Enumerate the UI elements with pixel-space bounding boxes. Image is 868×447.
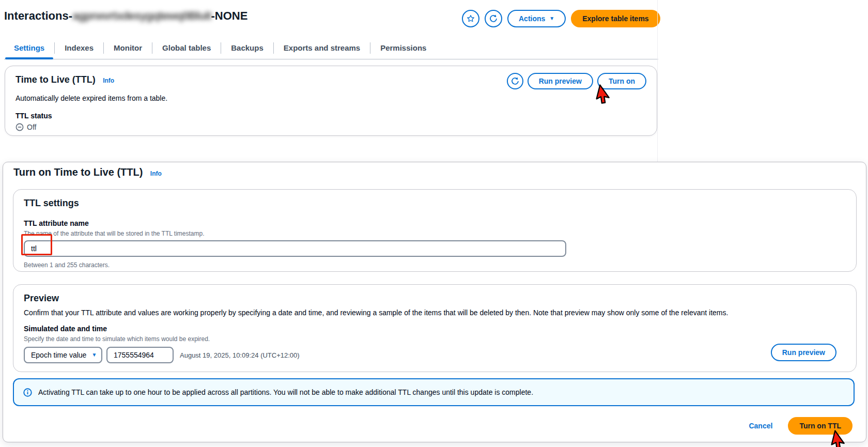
- turn-on-ttl-dialog: Turn on Time to Live (TTL) Info TTL sett…: [3, 162, 866, 442]
- preview-description: Confirm that your TTL attribute and valu…: [24, 309, 846, 317]
- tab-exports-and-streams[interactable]: Exports and streams: [275, 38, 369, 59]
- page-title: Interactions-agprwvrtxdesygqtewq0Bluit-N…: [4, 9, 247, 23]
- dialog-info-link[interactable]: Info: [150, 170, 162, 177]
- turn-on-button[interactable]: Turn on: [597, 73, 646, 89]
- refresh-table-button[interactable]: [485, 10, 502, 27]
- resolved-datetime-text: August 19, 2025, 10:09:24 (UTC+12:00): [180, 351, 300, 359]
- info-alert: Activating TTL can take up to one hour t…: [13, 378, 855, 406]
- ttl-refresh-button[interactable]: [507, 73, 523, 89]
- table-tabs: Settings Indexes Monitor Global tables B…: [4, 38, 658, 59]
- tab-divider: [273, 42, 274, 54]
- ttl-attribute-name-description: The name of the attribute that will be s…: [24, 230, 846, 237]
- refresh-icon: [511, 77, 519, 85]
- cancel-button[interactable]: Cancel: [749, 422, 772, 430]
- chevron-down-icon: ▼: [549, 16, 554, 21]
- tab-settings[interactable]: Settings: [5, 38, 53, 59]
- tab-global-tables[interactable]: Global tables: [153, 38, 220, 59]
- run-preview-button[interactable]: Run preview: [528, 73, 593, 89]
- dialog-footer: Cancel Turn on TTL: [749, 417, 853, 435]
- actions-dropdown-button[interactable]: Actions ▼: [507, 10, 566, 27]
- favorite-button[interactable]: [462, 10, 479, 27]
- simulated-date-label: Simulated date and time: [24, 325, 846, 333]
- ttl-status-label: TTL status: [16, 112, 646, 120]
- ttl-attribute-constraint: Between 1 and 255 characters.: [24, 261, 846, 269]
- tab-divider: [221, 42, 221, 54]
- ttl-attribute-input[interactable]: [24, 240, 566, 257]
- tab-permissions[interactable]: Permissions: [371, 38, 435, 59]
- refresh-icon: [489, 14, 498, 23]
- tab-divider: [103, 42, 104, 54]
- turn-on-ttl-button[interactable]: Turn on TTL: [788, 417, 853, 435]
- epoch-time-input[interactable]: [106, 347, 174, 363]
- page: { "page": { "title_prefix": "Interaction…: [0, 0, 868, 447]
- time-format-select[interactable]: Epoch time value ▼: [24, 347, 102, 363]
- content-edge-divider: [657, 0, 658, 162]
- tab-indexes[interactable]: Indexes: [56, 38, 102, 59]
- explore-table-items-button[interactable]: Explore table items: [571, 10, 660, 27]
- tab-monitor[interactable]: Monitor: [105, 38, 151, 59]
- simulated-date-description: Specify the date and time to simulate wh…: [24, 335, 846, 343]
- chevron-down-icon: ▼: [91, 352, 97, 358]
- tab-divider: [152, 42, 152, 54]
- ttl-settings-title: TTL settings: [24, 198, 846, 209]
- tab-divider: [54, 42, 55, 54]
- ttl-panel: Time to Live (TTL) Info Run preview Turn…: [5, 66, 657, 136]
- run-preview-button[interactable]: Run preview: [771, 344, 836, 361]
- star-icon: [467, 14, 475, 23]
- info-alert-text: Activating TTL can take up to one hour t…: [38, 388, 533, 396]
- ttl-info-link[interactable]: Info: [103, 77, 114, 84]
- dialog-title: Turn on Time to Live (TTL): [13, 166, 143, 178]
- tab-divider: [370, 42, 370, 54]
- preview-title: Preview: [24, 293, 846, 304]
- info-icon: [23, 388, 32, 397]
- off-status-icon: [16, 123, 24, 131]
- preview-card: Preview Confirm that your TTL attribute …: [13, 284, 857, 372]
- ttl-settings-card: TTL settings TTL attribute name The name…: [13, 189, 857, 272]
- ttl-attribute-name-label: TTL attribute name: [24, 219, 846, 227]
- ttl-status-value: Off: [27, 123, 36, 131]
- header-actions: Actions ▼ Explore table items: [462, 10, 660, 27]
- ttl-panel-description: Automatically delete expired items from …: [16, 94, 646, 102]
- ttl-panel-title: Time to Live (TTL): [16, 74, 96, 85]
- tab-backups[interactable]: Backups: [222, 38, 272, 59]
- redacted-table-name: agprwvrtxdesygqtewq0Bluit: [72, 9, 211, 22]
